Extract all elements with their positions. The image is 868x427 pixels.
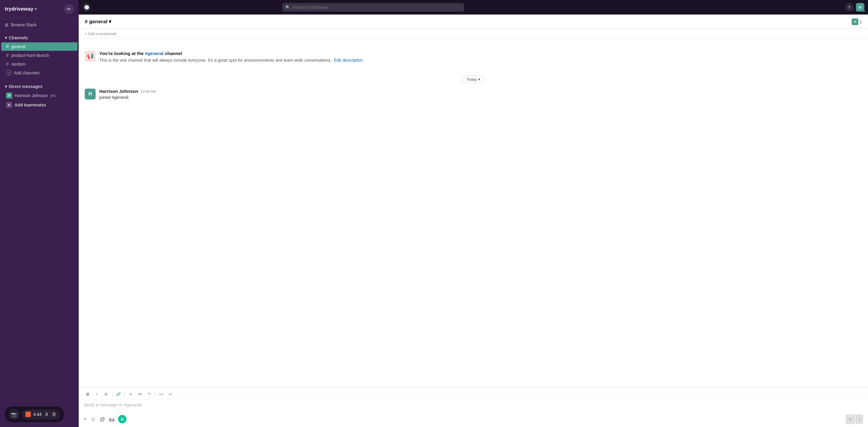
italic-button[interactable]: I (93, 390, 101, 398)
workspace-name[interactable]: trydriveway ▾ (5, 6, 37, 12)
send-button[interactable]: ➤ (846, 414, 855, 424)
message-avatar: H (85, 89, 96, 99)
sidebar-nav-section: ⊞ Browse Slack (0, 19, 79, 31)
compose-bottom-left: + ☺ @ Aa G (84, 415, 126, 423)
dm-section-header[interactable]: ▾ Direct messages (0, 82, 79, 91)
message-author: Harrison Johnson (99, 89, 138, 94)
members-count-button[interactable]: H 1 (851, 19, 862, 25)
sidebar-item-product-hunt-launch[interactable]: # product-hunt-launch (1, 51, 78, 60)
date-divider: Today ▾ (85, 73, 862, 86)
channel-name: product-hunt-launch (11, 53, 49, 58)
online-status-dot (10, 97, 13, 99)
intro-description: This is the one channel that will always… (99, 57, 363, 64)
chevron-icon: ▾ (5, 84, 7, 89)
avatar: H (6, 93, 12, 99)
top-right-controls: ? H (845, 3, 864, 11)
channel-name: random (11, 62, 25, 67)
browse-label: Browse Slack (11, 22, 37, 27)
camera-button[interactable]: 📷 (8, 409, 19, 420)
date-label: Today (466, 77, 477, 81)
user-initial: H (859, 5, 861, 10)
add-teammates-icon: + (6, 102, 12, 108)
compose-placeholder: Send a message to #general (84, 402, 142, 407)
block-quote-button[interactable]: ❝ (145, 390, 153, 398)
workspace-name-text: trydriveway (5, 6, 34, 12)
code-block-button[interactable]: ↩ (166, 390, 175, 398)
add-channels-item[interactable]: + Add channels (1, 69, 78, 77)
attach-button[interactable]: + (84, 416, 87, 423)
channel-title-chevron: ▾ (108, 19, 112, 25)
emoji-button[interactable]: ☺ (91, 416, 96, 423)
channel-header: # general ▾ H 1 (79, 14, 868, 29)
compose-edit-button[interactable]: ✏ (64, 4, 74, 14)
members-count-number: 1 (860, 19, 862, 24)
message-body: joined #general. (99, 94, 156, 101)
channels-header-label: Channels (9, 35, 28, 40)
ordered-list-button[interactable]: ≡ (126, 390, 135, 398)
hash-icon: # (6, 44, 9, 49)
search-icon: 🔍 (285, 5, 290, 10)
recording-controls: 4:44 ⏸ 🗑 (22, 409, 60, 420)
grammarly-button[interactable]: G (118, 415, 126, 423)
dm-section: ▾ Direct messages H Harrison Johnson you… (0, 80, 79, 112)
edit-description-link[interactable]: Edit description (334, 58, 363, 63)
dm-item-harrison[interactable]: H Harrison Johnson you (1, 91, 78, 100)
toolbar-separator (112, 391, 112, 397)
add-circle-icon: + (6, 70, 11, 76)
discard-recording-button[interactable]: 🗑 (52, 412, 57, 417)
dm-user-name: Harrison Johnson (14, 93, 48, 98)
add-channels-label: Add channels (14, 70, 40, 75)
stop-recording-button[interactable] (25, 412, 31, 417)
help-button[interactable]: ? (845, 3, 854, 11)
user-online-dot (863, 10, 865, 12)
top-bar: 🕐 🔍 ? H (79, 0, 868, 14)
intro-heading: You're looking at the #general channel (99, 51, 363, 56)
add-teammates-item[interactable]: + Add teammates (1, 100, 78, 109)
channel-intro: 📢 You're looking at the #general channel… (85, 45, 862, 73)
intro-channel-link[interactable]: #general (145, 51, 164, 56)
add-teammates-label: Add teammates (14, 102, 46, 107)
message-time: 10:48 AM (141, 90, 156, 94)
search-input[interactable] (282, 3, 464, 11)
channel-header-right: H 1 (851, 19, 862, 25)
megaphone-icon: 📢 (87, 53, 94, 60)
bookmark-label: + Add a bookmark (85, 31, 117, 36)
send-dropdown-button[interactable]: ▾ (856, 414, 863, 424)
bold-button[interactable]: B (84, 390, 92, 398)
user-avatar-button[interactable]: H (856, 3, 864, 11)
strikethrough-button[interactable]: S (102, 390, 110, 398)
channel-title[interactable]: # general ▾ (85, 19, 112, 25)
pause-recording-button[interactable]: ⏸ (44, 411, 49, 418)
recording-bar: 📷 4:44 ⏸ 🗑 (5, 406, 64, 422)
channels-section-header[interactable]: ▾ Channels (0, 34, 79, 42)
sidebar-browse-item[interactable]: ⊞ Browse Slack (0, 21, 79, 29)
sidebar-item-random[interactable]: # random (1, 60, 78, 68)
dm-you-tag: you (50, 93, 56, 98)
compose-bottom-bar: + ☺ @ Aa G ➤ ▾ (79, 413, 868, 427)
sidebar-item-general[interactable]: # general (1, 42, 78, 51)
code-button[interactable]: <> (157, 390, 165, 398)
channel-name-heading: # general (85, 19, 107, 25)
intro-text-before: You're looking at the (99, 51, 145, 56)
toolbar-separator-2 (124, 391, 125, 397)
sidebar: trydriveway ▾ ✏ ⊞ Browse Slack ▾ Channel… (0, 0, 79, 427)
member-avatar-mini: H (851, 19, 858, 25)
bullet-list-button[interactable]: •≡ (135, 390, 144, 398)
main-content: 🕐 🔍 ? H # general ▾ H 1 + Add a bookmark (79, 0, 868, 427)
compose-area: B I S 🔗 ≡ •≡ ❝ <> ↩ Send a message to #g… (79, 387, 868, 427)
message-avatar-initial: H (88, 91, 92, 97)
history-button[interactable]: 🕐 (82, 3, 91, 11)
channels-section: ▾ Channels # general # product-hunt-laun… (0, 31, 79, 80)
link-button[interactable]: 🔗 (114, 390, 123, 398)
message-content: Harrison Johnson 10:48 AM joined #genera… (99, 89, 156, 101)
formatting-button[interactable]: Aa (108, 417, 115, 422)
date-chevron-icon: ▾ (478, 77, 480, 81)
intro-description-text: This is the one channel that will always… (99, 58, 332, 63)
grammarly-initial: G (121, 417, 124, 422)
compose-input-area[interactable]: Send a message to #general (79, 400, 868, 413)
hash-icon: # (6, 53, 9, 58)
channel-name: general (11, 44, 25, 49)
bookmark-bar[interactable]: + Add a bookmark (79, 29, 868, 39)
date-pill-button[interactable]: Today ▾ (462, 76, 485, 83)
mention-button[interactable]: @ (100, 416, 105, 423)
